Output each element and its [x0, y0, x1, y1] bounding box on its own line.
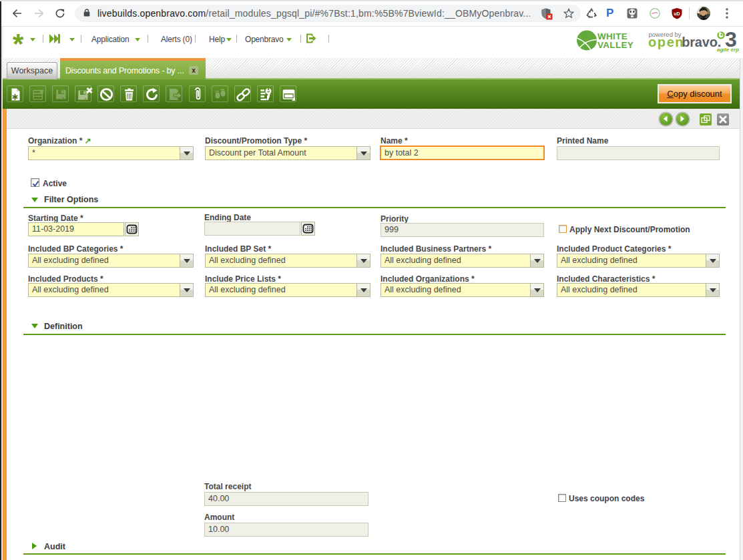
svg-text:agile erp: agile erp — [717, 47, 739, 53]
svg-text:VALLEY: VALLEY — [597, 40, 634, 50]
svg-text:openbravo.: openbravo. — [648, 35, 721, 49]
svg-text:uD: uD — [674, 11, 680, 16]
